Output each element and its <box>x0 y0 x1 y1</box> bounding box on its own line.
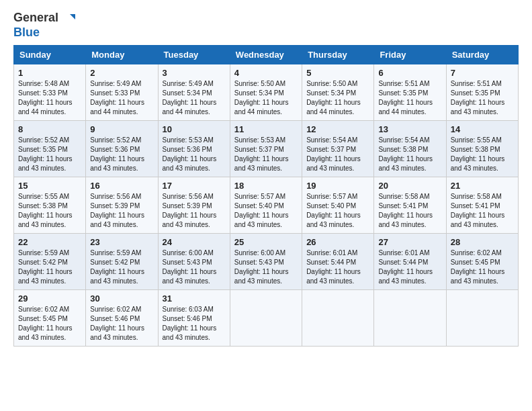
day-info: Sunrise: 6:01 AM Sunset: 5:44 PM Dayligh… <box>306 248 369 286</box>
day-info: Sunrise: 5:52 AM Sunset: 5:36 PM Dayligh… <box>90 136 153 173</box>
day-info: Sunrise: 6:03 AM Sunset: 5:46 PM Dayligh… <box>163 305 226 342</box>
day-number: 4 <box>234 68 298 78</box>
day-info: Sunrise: 6:00 AM Sunset: 5:43 PM Dayligh… <box>234 248 298 286</box>
header-wednesday: Wednesday <box>230 46 302 64</box>
day-cell-5: 5 Sunrise: 5:50 AM Sunset: 5:34 PM Dayli… <box>302 64 374 121</box>
day-number: 24 <box>163 237 226 247</box>
day-info: Sunrise: 5:54 AM Sunset: 5:38 PM Dayligh… <box>378 136 441 173</box>
day-info: Sunrise: 5:57 AM Sunset: 5:40 PM Dayligh… <box>306 192 369 230</box>
day-number: 12 <box>306 124 369 134</box>
day-cell-23: 23 Sunrise: 5:59 AM Sunset: 5:42 PM Dayl… <box>86 234 158 290</box>
page-header: General Blue <box>13 11 519 40</box>
day-number: 6 <box>378 68 441 78</box>
logo-bird-icon <box>63 12 75 24</box>
day-cell-29: 29 Sunrise: 6:02 AM Sunset: 5:45 PM Dayl… <box>14 290 86 347</box>
day-number: 25 <box>234 237 298 247</box>
empty-cell-w4-c3 <box>230 290 302 347</box>
header-saturday: Saturday <box>446 46 518 64</box>
day-number: 13 <box>378 124 441 134</box>
day-number: 19 <box>306 181 369 191</box>
day-number: 14 <box>451 124 514 134</box>
day-info: Sunrise: 5:54 AM Sunset: 5:37 PM Dayligh… <box>306 136 369 173</box>
day-cell-9: 9 Sunrise: 5:52 AM Sunset: 5:36 PM Dayli… <box>86 121 158 177</box>
day-cell-28: 28 Sunrise: 6:02 AM Sunset: 5:45 PM Dayl… <box>446 234 518 290</box>
day-info: Sunrise: 5:53 AM Sunset: 5:37 PM Dayligh… <box>234 136 298 173</box>
week-row-3: 15 Sunrise: 5:55 AM Sunset: 5:38 PM Dayl… <box>14 177 519 234</box>
week-row-2: 8 Sunrise: 5:52 AM Sunset: 5:35 PM Dayli… <box>14 121 519 177</box>
day-cell-6: 6 Sunrise: 5:51 AM Sunset: 5:35 PM Dayli… <box>374 64 446 121</box>
day-number: 29 <box>18 293 81 304</box>
day-number: 17 <box>163 181 226 191</box>
empty-cell-w4-c4 <box>302 290 374 347</box>
day-info: Sunrise: 5:55 AM Sunset: 5:38 PM Dayligh… <box>451 136 514 173</box>
day-number: 11 <box>234 124 298 134</box>
day-cell-24: 24 Sunrise: 6:00 AM Sunset: 5:43 PM Dayl… <box>158 234 230 290</box>
logo-text: General Blue <box>13 11 75 40</box>
day-info: Sunrise: 5:51 AM Sunset: 5:35 PM Dayligh… <box>451 79 514 117</box>
day-info: Sunrise: 5:53 AM Sunset: 5:36 PM Dayligh… <box>163 136 226 173</box>
day-number: 8 <box>18 124 81 134</box>
day-info: Sunrise: 5:58 AM Sunset: 5:41 PM Dayligh… <box>378 192 441 230</box>
day-cell-18: 18 Sunrise: 5:57 AM Sunset: 5:40 PM Dayl… <box>230 177 302 234</box>
day-info: Sunrise: 5:50 AM Sunset: 5:34 PM Dayligh… <box>234 79 298 117</box>
day-cell-30: 30 Sunrise: 6:02 AM Sunset: 5:46 PM Dayl… <box>86 290 158 347</box>
day-cell-26: 26 Sunrise: 6:01 AM Sunset: 5:44 PM Dayl… <box>302 234 374 290</box>
day-number: 1 <box>18 68 81 78</box>
day-info: Sunrise: 5:49 AM Sunset: 5:33 PM Dayligh… <box>90 79 153 117</box>
day-cell-21: 21 Sunrise: 5:58 AM Sunset: 5:41 PM Dayl… <box>446 177 518 234</box>
day-cell-2: 2 Sunrise: 5:49 AM Sunset: 5:33 PM Dayli… <box>86 64 158 121</box>
day-number: 10 <box>163 124 226 134</box>
day-number: 5 <box>306 68 369 78</box>
header-tuesday: Tuesday <box>158 46 230 64</box>
day-info: Sunrise: 5:49 AM Sunset: 5:34 PM Dayligh… <box>163 79 226 117</box>
day-number: 31 <box>163 293 226 304</box>
day-cell-14: 14 Sunrise: 5:55 AM Sunset: 5:38 PM Dayl… <box>446 121 518 177</box>
day-info: Sunrise: 6:01 AM Sunset: 5:44 PM Dayligh… <box>378 248 441 286</box>
day-cell-12: 12 Sunrise: 5:54 AM Sunset: 5:37 PM Dayl… <box>302 121 374 177</box>
day-info: Sunrise: 5:55 AM Sunset: 5:38 PM Dayligh… <box>18 192 81 230</box>
day-info: Sunrise: 5:51 AM Sunset: 5:35 PM Dayligh… <box>378 79 441 117</box>
header-thursday: Thursday <box>302 46 374 64</box>
day-cell-3: 3 Sunrise: 5:49 AM Sunset: 5:34 PM Dayli… <box>158 64 230 121</box>
day-number: 20 <box>378 181 441 191</box>
header-monday: Monday <box>86 46 158 64</box>
day-cell-31: 31 Sunrise: 6:03 AM Sunset: 5:46 PM Dayl… <box>158 290 230 347</box>
day-info: Sunrise: 5:48 AM Sunset: 5:33 PM Dayligh… <box>18 79 81 117</box>
day-number: 15 <box>18 181 81 191</box>
day-info: Sunrise: 5:57 AM Sunset: 5:40 PM Dayligh… <box>234 192 298 230</box>
day-number: 23 <box>90 237 153 247</box>
day-cell-1: 1 Sunrise: 5:48 AM Sunset: 5:33 PM Dayli… <box>14 64 86 121</box>
day-info: Sunrise: 5:58 AM Sunset: 5:41 PM Dayligh… <box>451 192 514 230</box>
day-info: Sunrise: 5:59 AM Sunset: 5:42 PM Dayligh… <box>18 248 81 286</box>
logo: General Blue <box>13 11 75 40</box>
week-row-1: 1 Sunrise: 5:48 AM Sunset: 5:33 PM Dayli… <box>14 64 519 121</box>
calendar-table: SundayMondayTuesdayWednesdayThursdayFrid… <box>13 45 519 347</box>
day-cell-20: 20 Sunrise: 5:58 AM Sunset: 5:41 PM Dayl… <box>374 177 446 234</box>
svg-marker-0 <box>70 14 75 19</box>
day-cell-4: 4 Sunrise: 5:50 AM Sunset: 5:34 PM Dayli… <box>230 64 302 121</box>
day-number: 3 <box>163 68 226 78</box>
day-number: 2 <box>90 68 153 78</box>
day-number: 26 <box>306 237 369 247</box>
week-row-5: 29 Sunrise: 6:02 AM Sunset: 5:45 PM Dayl… <box>14 290 519 347</box>
day-number: 22 <box>18 237 81 247</box>
day-info: Sunrise: 6:02 AM Sunset: 5:45 PM Dayligh… <box>451 248 514 286</box>
day-info: Sunrise: 5:56 AM Sunset: 5:39 PM Dayligh… <box>90 192 153 230</box>
empty-cell-w4-c6 <box>446 290 518 347</box>
day-number: 27 <box>378 237 441 247</box>
day-number: 28 <box>451 237 514 247</box>
week-row-4: 22 Sunrise: 5:59 AM Sunset: 5:42 PM Dayl… <box>14 234 519 290</box>
day-cell-8: 8 Sunrise: 5:52 AM Sunset: 5:35 PM Dayli… <box>14 121 86 177</box>
day-cell-27: 27 Sunrise: 6:01 AM Sunset: 5:44 PM Dayl… <box>374 234 446 290</box>
header-friday: Friday <box>374 46 446 64</box>
day-cell-19: 19 Sunrise: 5:57 AM Sunset: 5:40 PM Dayl… <box>302 177 374 234</box>
day-cell-7: 7 Sunrise: 5:51 AM Sunset: 5:35 PM Dayli… <box>446 64 518 121</box>
day-info: Sunrise: 5:56 AM Sunset: 5:39 PM Dayligh… <box>163 192 226 230</box>
day-number: 18 <box>234 181 298 191</box>
day-cell-11: 11 Sunrise: 5:53 AM Sunset: 5:37 PM Dayl… <box>230 121 302 177</box>
day-cell-10: 10 Sunrise: 5:53 AM Sunset: 5:36 PM Dayl… <box>158 121 230 177</box>
header-sunday: Sunday <box>14 46 86 64</box>
day-info: Sunrise: 6:02 AM Sunset: 5:45 PM Dayligh… <box>18 305 81 342</box>
day-cell-13: 13 Sunrise: 5:54 AM Sunset: 5:38 PM Dayl… <box>374 121 446 177</box>
day-info: Sunrise: 6:02 AM Sunset: 5:46 PM Dayligh… <box>90 305 153 342</box>
